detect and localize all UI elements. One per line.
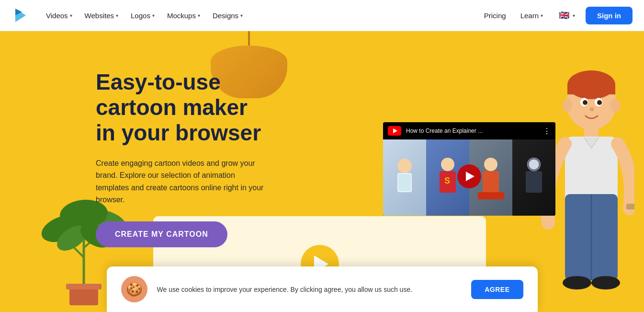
nav-item-logos[interactable]: Logos ▾ <box>126 9 159 23</box>
svg-rect-22 <box>526 171 542 193</box>
videos-arrow: ▾ <box>70 13 72 18</box>
logo[interactable] <box>11 6 30 24</box>
svg-point-15 <box>441 158 454 171</box>
svg-point-30 <box>597 100 602 105</box>
nav-item-mockups[interactable]: Mockups ▾ <box>162 9 205 23</box>
svg-point-33 <box>610 99 620 112</box>
mockups-arrow: ▾ <box>198 13 200 18</box>
logos-arrow: ▾ <box>152 13 155 18</box>
cookie-consent-banner: 🍪 We use cookies to improve your experie… <box>107 266 538 312</box>
svg-point-32 <box>563 99 572 112</box>
svg-point-18 <box>484 158 497 171</box>
yt-more-icon[interactable]: ⋮ <box>543 127 551 136</box>
hero-content: Easy-to-use cartoon maker in your browse… <box>0 60 268 247</box>
svg-rect-19 <box>483 171 499 193</box>
yt-play-tri-icon <box>466 172 475 181</box>
svg-text:S: S <box>444 176 450 185</box>
yt-play-icon <box>393 128 397 133</box>
learn-label: Learn <box>520 12 539 20</box>
hero-description: Create engaging cartoon videos and grow … <box>96 157 268 206</box>
learn-link[interactable]: Learn ▾ <box>517 9 547 23</box>
agree-button[interactable]: AGREE <box>471 280 523 299</box>
yt-title: How to Create an Explainer ... <box>406 127 538 134</box>
yt-thumb-1 <box>383 139 426 216</box>
learn-arrow: ▾ <box>541 13 543 18</box>
cookie-emoji-char: 🍪 <box>126 281 143 297</box>
logos-label: Logos <box>131 12 150 20</box>
svg-point-38 <box>563 276 591 289</box>
videos-label: Videos <box>46 12 68 20</box>
yt-play-center[interactable] <box>457 164 481 188</box>
pricing-link[interactable]: Pricing <box>480 9 510 23</box>
svg-point-29 <box>583 100 588 105</box>
designs-arrow: ▾ <box>240 13 243 18</box>
sign-in-button[interactable]: Sign in <box>586 7 633 24</box>
navbar-right: Pricing Learn ▾ 🇬🇧 ▾ Sign in <box>480 7 633 24</box>
nav-item-videos[interactable]: Videos ▾ <box>41 9 77 23</box>
svg-rect-34 <box>584 128 599 138</box>
svg-point-39 <box>591 276 620 289</box>
svg-point-21 <box>527 158 541 171</box>
lang-arrow: ▾ <box>573 13 575 18</box>
svg-rect-20 <box>478 192 504 199</box>
svg-rect-40 <box>626 204 634 209</box>
cookie-emoji: 🍪 <box>121 276 147 302</box>
svg-rect-26 <box>567 85 615 94</box>
websites-arrow: ▾ <box>116 13 118 18</box>
svg-rect-14 <box>398 174 411 191</box>
youtube-logo <box>388 126 401 136</box>
svg-rect-3 <box>66 284 102 289</box>
navbar: Videos ▾ Websites ▾ Logos ▾ Mockups ▾ De… <box>0 0 644 31</box>
yt-thumb-4 <box>512 139 555 216</box>
language-selector[interactable]: 🇬🇧 ▾ <box>554 9 579 22</box>
lang-flag: 🇬🇧 <box>557 11 571 20</box>
mockups-label: Mockups <box>167 12 196 20</box>
youtube-panel[interactable]: How to Create an Explainer ... ⋮ S <box>383 122 555 216</box>
cta-button[interactable]: CREATE MY CARTOON <box>96 221 227 247</box>
websites-label: Websites <box>85 12 114 20</box>
nav-item-designs[interactable]: Designs ▾ <box>208 9 248 23</box>
cookie-text: We use cookies to improve your experienc… <box>157 286 462 293</box>
navbar-left: Videos ▾ Websites ▾ Logos ▾ Mockups ▾ De… <box>11 6 248 24</box>
designs-label: Designs <box>213 12 238 20</box>
yt-header: How to Create an Explainer ... ⋮ <box>383 122 555 139</box>
hero-title: Easy-to-use cartoon maker in your browse… <box>96 69 268 146</box>
svg-point-31 <box>589 107 594 111</box>
nav-item-websites[interactable]: Websites ▾ <box>80 9 123 23</box>
svg-point-12 <box>397 159 412 173</box>
